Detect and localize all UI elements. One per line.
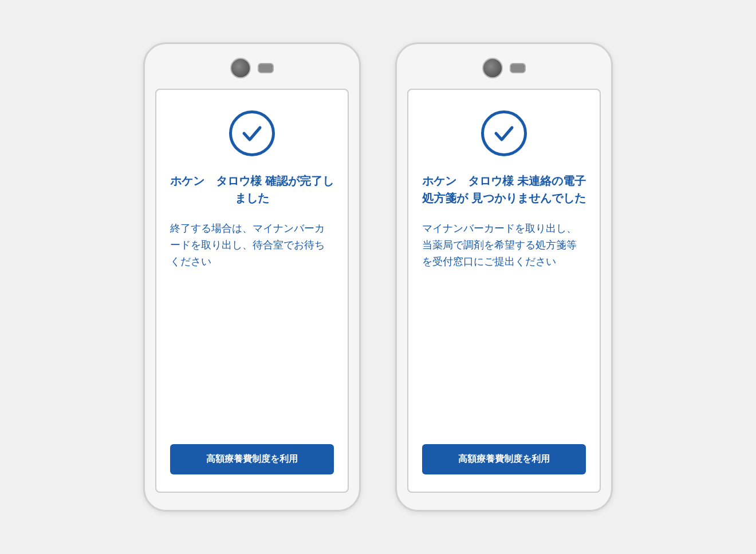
- camera-icon: [230, 58, 251, 78]
- phone-top-2: [407, 54, 601, 82]
- speaker-icon: [258, 63, 274, 73]
- camera-icon-2: [482, 58, 503, 78]
- phone-top-1: [155, 54, 349, 82]
- phone-screen-2: ホケン タロウ様 未連絡の電子処方箋が 見つかりませんでした マイナンバーカード…: [407, 89, 601, 493]
- high-cost-button-2[interactable]: 高額療養費制度を利用: [422, 444, 586, 474]
- high-cost-button-1[interactable]: 高額療養費制度を利用: [170, 444, 334, 474]
- check-circle-2: [481, 110, 527, 156]
- body-2: マイナンバーカードを取り出し、当薬局で調剤を希望する処方箋等を受付窓口にご提出く…: [422, 220, 586, 270]
- title-2: ホケン タロウ様 未連絡の電子処方箋が 見つかりませんでした: [422, 172, 586, 207]
- speaker-icon-2: [510, 63, 526, 73]
- body-1: 終了する場合は、マイナンバーカードを取り出し、待合室でお待ちください: [170, 220, 334, 270]
- phone-2: ホケン タロウ様 未連絡の電子処方箋が 見つかりませんでした マイナンバーカード…: [395, 42, 613, 512]
- title-1: ホケン タロウ様 確認が完了しました: [170, 172, 334, 207]
- phone-1: ホケン タロウ様 確認が完了しました 終了する場合は、マイナンバーカードを取り出…: [143, 42, 361, 512]
- phone-screen-1: ホケン タロウ様 確認が完了しました 終了する場合は、マイナンバーカードを取り出…: [155, 89, 349, 493]
- check-circle-1: [229, 110, 275, 156]
